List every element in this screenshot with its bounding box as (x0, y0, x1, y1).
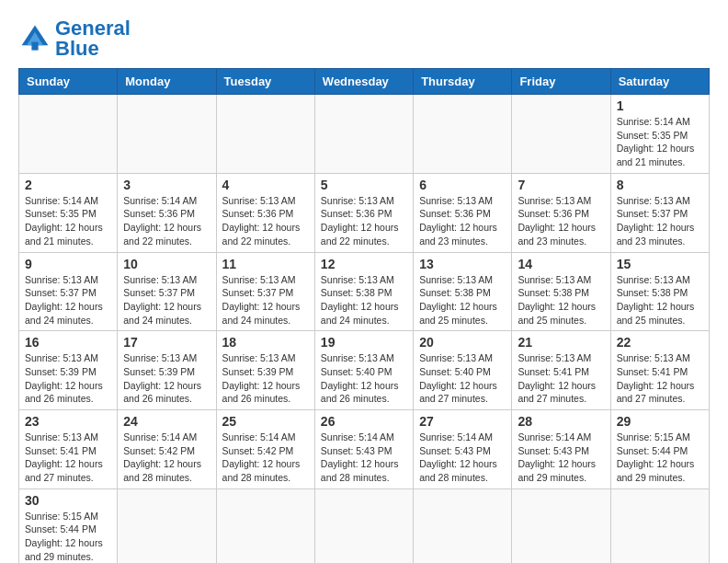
svg-rect-2 (31, 42, 38, 51)
day-number: 9 (25, 257, 111, 271)
calendar-cell: 20Sunrise: 5:13 AM Sunset: 5:40 PM Dayli… (414, 331, 512, 410)
day-number: 19 (321, 335, 407, 350)
day-info: Sunrise: 5:13 AM Sunset: 5:38 PM Dayligh… (321, 273, 407, 327)
day-number: 29 (617, 414, 703, 429)
day-number: 15 (617, 257, 703, 271)
day-info: Sunrise: 5:13 AM Sunset: 5:37 PM Dayligh… (123, 273, 210, 327)
calendar-cell (512, 488, 610, 563)
day-info: Sunrise: 5:13 AM Sunset: 5:39 PM Dayligh… (222, 351, 309, 406)
day-info: Sunrise: 5:13 AM Sunset: 5:39 PM Dayligh… (25, 351, 111, 406)
day-info: Sunrise: 5:15 AM Sunset: 5:44 PM Dayligh… (617, 431, 703, 485)
day-info: Sunrise: 5:15 AM Sunset: 5:44 PM Dayligh… (25, 510, 111, 563)
day-number: 21 (518, 335, 604, 350)
week-row-2: 9Sunrise: 5:13 AM Sunset: 5:37 PM Daylig… (19, 252, 710, 331)
calendar-cell (216, 95, 314, 174)
day-number: 5 (321, 178, 407, 192)
calendar-cell: 25Sunrise: 5:14 AM Sunset: 5:42 PM Dayli… (216, 410, 314, 489)
day-number: 28 (518, 414, 604, 429)
calendar-cell: 23Sunrise: 5:13 AM Sunset: 5:41 PM Dayli… (19, 410, 118, 489)
calendar-cell: 29Sunrise: 5:15 AM Sunset: 5:44 PM Dayli… (610, 410, 709, 489)
day-number: 26 (321, 414, 407, 429)
day-number: 14 (518, 257, 604, 271)
calendar-cell: 9Sunrise: 5:13 AM Sunset: 5:37 PM Daylig… (19, 252, 118, 331)
day-info: Sunrise: 5:13 AM Sunset: 5:41 PM Dayligh… (518, 351, 604, 406)
day-number: 20 (419, 335, 506, 350)
day-number: 27 (419, 414, 506, 429)
logo-icon (18, 22, 51, 55)
calendar-cell: 22Sunrise: 5:13 AM Sunset: 5:41 PM Dayli… (610, 331, 709, 410)
calendar-cell: 15Sunrise: 5:13 AM Sunset: 5:38 PM Dayli… (610, 252, 709, 331)
day-number: 2 (25, 178, 111, 192)
day-info: Sunrise: 5:13 AM Sunset: 5:40 PM Dayligh… (419, 351, 506, 406)
logo: GeneralBlue (18, 18, 131, 59)
calendar-cell: 17Sunrise: 5:13 AM Sunset: 5:39 PM Dayli… (118, 331, 216, 410)
day-number: 6 (419, 178, 506, 192)
day-info: Sunrise: 5:13 AM Sunset: 5:40 PM Dayligh… (321, 351, 407, 406)
day-info: Sunrise: 5:13 AM Sunset: 5:36 PM Dayligh… (419, 194, 506, 248)
day-number: 23 (25, 414, 111, 429)
calendar-cell: 24Sunrise: 5:14 AM Sunset: 5:42 PM Dayli… (118, 410, 216, 489)
calendar-cell: 2Sunrise: 5:14 AM Sunset: 5:35 PM Daylig… (19, 173, 118, 252)
day-info: Sunrise: 5:14 AM Sunset: 5:42 PM Dayligh… (222, 431, 309, 485)
calendar-cell (314, 488, 413, 563)
day-number: 25 (222, 414, 309, 429)
calendar-cell (118, 488, 216, 563)
day-info: Sunrise: 5:13 AM Sunset: 5:36 PM Dayligh… (518, 194, 604, 248)
calendar-cell: 10Sunrise: 5:13 AM Sunset: 5:37 PM Dayli… (118, 252, 216, 331)
day-number: 17 (123, 335, 210, 350)
calendar-cell: 12Sunrise: 5:13 AM Sunset: 5:38 PM Dayli… (314, 252, 413, 331)
calendar-cell: 3Sunrise: 5:14 AM Sunset: 5:36 PM Daylig… (118, 173, 216, 252)
day-number: 7 (518, 178, 604, 192)
day-info: Sunrise: 5:13 AM Sunset: 5:37 PM Dayligh… (617, 194, 703, 248)
calendar-cell: 16Sunrise: 5:13 AM Sunset: 5:39 PM Dayli… (19, 331, 118, 410)
day-number: 22 (617, 335, 703, 350)
day-info: Sunrise: 5:13 AM Sunset: 5:38 PM Dayligh… (518, 273, 604, 327)
day-number: 30 (25, 493, 111, 508)
week-row-5: 30Sunrise: 5:15 AM Sunset: 5:44 PM Dayli… (19, 488, 710, 563)
calendar-cell (610, 488, 709, 563)
page-header: GeneralBlue (18, 18, 710, 59)
weekday-header-wednesday: Wednesday (314, 69, 413, 95)
day-number: 11 (222, 257, 309, 271)
day-number: 16 (25, 335, 111, 350)
day-number: 18 (222, 335, 309, 350)
logo-text: GeneralBlue (55, 18, 131, 59)
week-row-4: 23Sunrise: 5:13 AM Sunset: 5:41 PM Dayli… (19, 410, 710, 489)
calendar-cell: 13Sunrise: 5:13 AM Sunset: 5:38 PM Dayli… (414, 252, 512, 331)
day-info: Sunrise: 5:13 AM Sunset: 5:36 PM Dayligh… (222, 194, 309, 248)
day-info: Sunrise: 5:14 AM Sunset: 5:36 PM Dayligh… (123, 194, 210, 248)
calendar-cell (414, 95, 512, 174)
week-row-3: 16Sunrise: 5:13 AM Sunset: 5:39 PM Dayli… (19, 331, 710, 410)
day-info: Sunrise: 5:13 AM Sunset: 5:39 PM Dayligh… (123, 351, 210, 406)
calendar-cell: 21Sunrise: 5:13 AM Sunset: 5:41 PM Dayli… (512, 331, 610, 410)
calendar-cell: 4Sunrise: 5:13 AM Sunset: 5:36 PM Daylig… (216, 173, 314, 252)
calendar-cell (512, 95, 610, 174)
day-info: Sunrise: 5:14 AM Sunset: 5:43 PM Dayligh… (321, 431, 407, 485)
calendar-cell: 27Sunrise: 5:14 AM Sunset: 5:43 PM Dayli… (414, 410, 512, 489)
day-number: 1 (617, 98, 703, 113)
calendar-cell: 19Sunrise: 5:13 AM Sunset: 5:40 PM Dayli… (314, 331, 413, 410)
weekday-header-monday: Monday (118, 69, 216, 95)
day-info: Sunrise: 5:14 AM Sunset: 5:42 PM Dayligh… (123, 431, 210, 485)
day-number: 10 (123, 257, 210, 271)
calendar-cell (216, 488, 314, 563)
weekday-header-row: SundayMondayTuesdayWednesdayThursdayFrid… (19, 69, 710, 95)
week-row-1: 2Sunrise: 5:14 AM Sunset: 5:35 PM Daylig… (19, 173, 710, 252)
calendar-cell (118, 95, 216, 174)
weekday-header-saturday: Saturday (610, 69, 709, 95)
day-number: 13 (419, 257, 506, 271)
day-number: 8 (617, 178, 703, 192)
calendar-cell: 5Sunrise: 5:13 AM Sunset: 5:36 PM Daylig… (314, 173, 413, 252)
calendar-cell: 11Sunrise: 5:13 AM Sunset: 5:37 PM Dayli… (216, 252, 314, 331)
day-info: Sunrise: 5:13 AM Sunset: 5:37 PM Dayligh… (222, 273, 309, 327)
weekday-header-tuesday: Tuesday (216, 69, 314, 95)
day-info: Sunrise: 5:14 AM Sunset: 5:35 PM Dayligh… (25, 194, 111, 248)
calendar-cell (314, 95, 413, 174)
calendar-cell: 28Sunrise: 5:14 AM Sunset: 5:43 PM Dayli… (512, 410, 610, 489)
calendar-cell (19, 95, 118, 174)
day-number: 3 (123, 178, 210, 192)
day-number: 24 (123, 414, 210, 429)
calendar: SundayMondayTuesdayWednesdayThursdayFrid… (18, 68, 710, 563)
day-info: Sunrise: 5:13 AM Sunset: 5:41 PM Dayligh… (25, 431, 111, 485)
day-info: Sunrise: 5:13 AM Sunset: 5:38 PM Dayligh… (617, 273, 703, 327)
